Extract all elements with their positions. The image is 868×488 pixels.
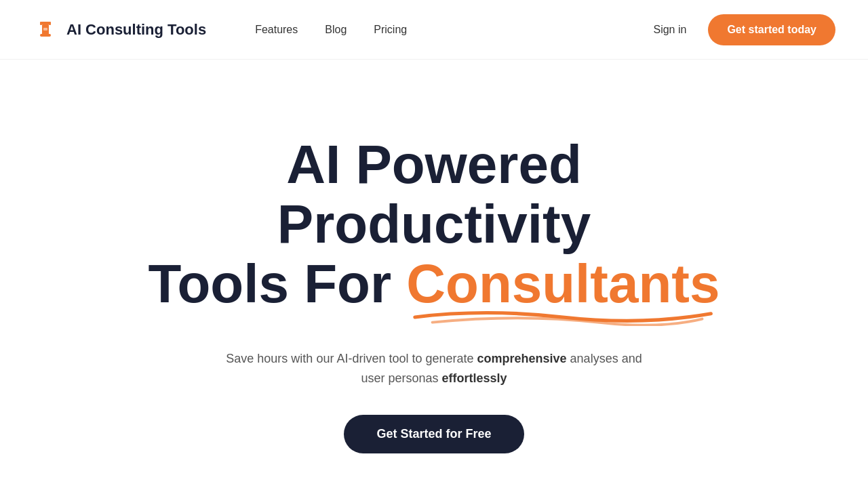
nav-right: Sign in Get started today: [653, 14, 835, 45]
logo-icon: [33, 17, 58, 43]
hero-title-plain: Tools For: [149, 253, 407, 314]
underline-decoration: [406, 305, 719, 326]
nav-link-pricing[interactable]: Pricing: [374, 24, 407, 36]
hero-title-line2: Tools For Consultants: [149, 254, 720, 314]
get-started-today-button[interactable]: Get started today: [708, 14, 835, 45]
brand-name: AI Consulting Tools: [66, 21, 206, 39]
sign-in-link[interactable]: Sign in: [653, 24, 686, 36]
hero-title-highlight: Consultants: [406, 254, 719, 314]
hero-description: Save hours with our AI-driven tool to ge…: [224, 349, 644, 388]
get-started-free-button[interactable]: Get Started for Free: [344, 415, 524, 453]
svg-rect-2: [49, 22, 51, 25]
svg-rect-5: [43, 28, 47, 30]
navbar: AI Consulting Tools Features Blog Pricin…: [0, 0, 868, 60]
svg-rect-1: [40, 22, 42, 25]
hero-section: AI Powered Productivity Tools For Consul…: [0, 60, 868, 488]
nav-link-blog[interactable]: Blog: [325, 24, 347, 36]
nav-left: AI Consulting Tools Features Blog Pricin…: [33, 17, 407, 43]
hero-title-line1: AI Powered Productivity: [129, 135, 739, 254]
svg-rect-4: [40, 34, 51, 37]
nav-links: Features Blog Pricing: [255, 24, 407, 36]
nav-link-features[interactable]: Features: [255, 24, 298, 36]
svg-rect-0: [41, 22, 50, 24]
